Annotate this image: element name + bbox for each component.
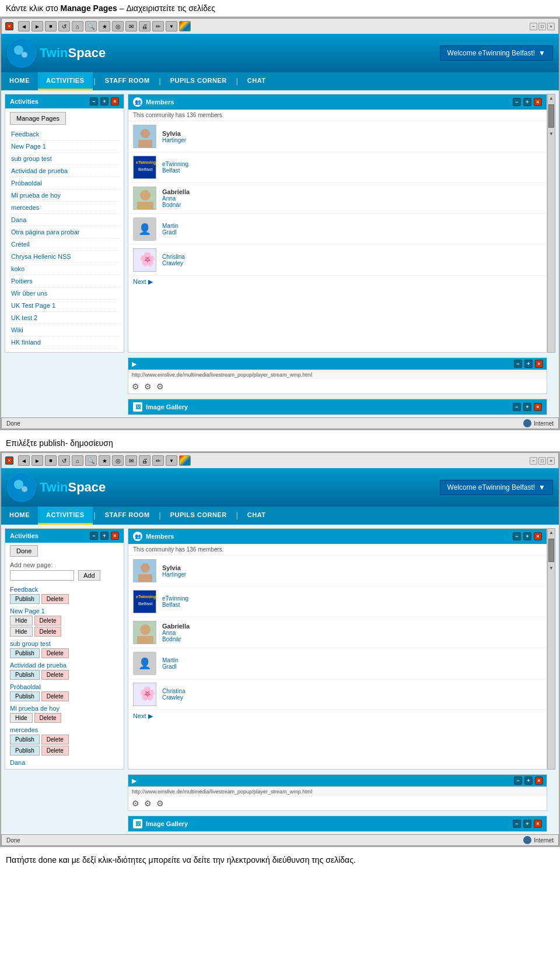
- publish-probaoldal-button[interactable]: Publish: [10, 691, 40, 701]
- activity-item[interactable]: Wiki: [10, 324, 119, 336]
- home-nav-icon-2[interactable]: ⌂: [72, 455, 83, 466]
- add-page-input[interactable]: [10, 570, 74, 581]
- activity-item[interactable]: sub group test: [10, 153, 119, 165]
- next-link-2[interactable]: Next ▶: [128, 710, 547, 722]
- delete-mercedes-button-2[interactable]: Delete: [41, 746, 69, 756]
- refresh-icon[interactable]: ↺: [58, 21, 70, 31]
- home-nav-icon[interactable]: ⌂: [72, 21, 83, 31]
- url-min-1[interactable]: −: [514, 360, 522, 368]
- delete-mercedes-button-1[interactable]: Delete: [41, 735, 69, 744]
- gal-min-1[interactable]: −: [513, 403, 521, 411]
- publish-mercedes-button-1[interactable]: Publish: [10, 735, 40, 744]
- stop-icon-2[interactable]: ■: [45, 455, 57, 466]
- gal-max-1[interactable]: +: [523, 403, 531, 411]
- welcome-button-1[interactable]: Welcome eTwinning Belfast! ▼: [440, 45, 553, 61]
- manage-pages-button[interactable]: Manage Pages: [10, 112, 66, 125]
- win-close-icon[interactable]: ×: [5, 22, 13, 30]
- back-icon[interactable]: ◄: [18, 21, 30, 31]
- activity-item[interactable]: Créteil: [10, 238, 119, 251]
- min-btn-1[interactable]: −: [530, 23, 537, 30]
- publish-actividad-button[interactable]: Publish: [10, 670, 40, 680]
- history-icon[interactable]: ◎: [112, 21, 124, 31]
- activity-item[interactable]: Mi prueba de hoy: [10, 189, 119, 202]
- activity-item[interactable]: koko: [10, 263, 119, 275]
- activity-item[interactable]: mercedes: [10, 202, 119, 214]
- panel-min-2[interactable]: −: [90, 532, 98, 540]
- nav-chat-1[interactable]: CHAT: [239, 72, 274, 90]
- scroll-down-2[interactable]: ▼: [548, 564, 555, 572]
- print-icon-2[interactable]: 🖨: [139, 455, 150, 466]
- forward-icon[interactable]: ►: [32, 21, 43, 31]
- url-close-2[interactable]: ×: [535, 777, 543, 785]
- panel-close-1[interactable]: ×: [111, 97, 119, 106]
- history-icon-2[interactable]: ◎: [112, 455, 124, 466]
- activity-item[interactable]: Dana: [10, 214, 119, 226]
- next-link-1[interactable]: Next ▶: [128, 276, 547, 288]
- tools-icon[interactable]: ▼: [166, 21, 177, 31]
- delete-subgroup-button[interactable]: Delete: [41, 648, 69, 658]
- panel-max-1[interactable]: +: [100, 97, 108, 106]
- activity-item[interactable]: Poitiers: [10, 275, 119, 287]
- activity-item[interactable]: UK Test Page 1: [10, 300, 119, 312]
- delete-newpage1-button-1[interactable]: Delete: [34, 616, 62, 626]
- nav-activities-1[interactable]: ACTIVITIES: [38, 72, 93, 90]
- close-btn-1[interactable]: ×: [547, 23, 555, 30]
- nav-activities-2[interactable]: ACTIVITIES: [38, 507, 93, 525]
- activity-item[interactable]: Próbaoldal: [10, 177, 119, 189]
- nav-chat-2[interactable]: CHAT: [239, 507, 274, 525]
- panel-min-1[interactable]: −: [90, 97, 98, 106]
- done-button[interactable]: Done: [10, 545, 38, 557]
- mem-min-2[interactable]: −: [513, 532, 521, 540]
- edit-icon[interactable]: ✏: [152, 21, 164, 31]
- favorites-icon[interactable]: ★: [99, 21, 110, 31]
- welcome-button-2[interactable]: Welcome eTwinning Belfast! ▼: [440, 480, 553, 495]
- win-close-icon-2[interactable]: ×: [5, 456, 13, 465]
- close-btn-2[interactable]: ×: [547, 457, 555, 465]
- max-btn-1[interactable]: □: [538, 23, 546, 30]
- mem-max-1[interactable]: +: [523, 98, 531, 106]
- delete-feedback-button[interactable]: Delete: [41, 594, 69, 604]
- nav-pupils-1[interactable]: PUPILS CORNER: [162, 72, 235, 90]
- back-icon-2[interactable]: ◄: [18, 455, 30, 466]
- nav-home-2[interactable]: HOME: [1, 507, 38, 525]
- mail-icon[interactable]: ✉: [125, 21, 137, 31]
- mem-close-2[interactable]: ×: [534, 532, 542, 540]
- delete-probaoldal-button[interactable]: Delete: [41, 691, 69, 701]
- url-max-1[interactable]: +: [524, 360, 533, 368]
- url-min-2[interactable]: −: [514, 777, 522, 785]
- panel-max-2[interactable]: +: [100, 532, 108, 540]
- nav-staff-2[interactable]: STAFF ROOM: [97, 507, 158, 525]
- search-icon[interactable]: 🔍: [85, 21, 97, 31]
- nav-pupils-2[interactable]: PUPILS CORNER: [162, 507, 235, 525]
- activity-item[interactable]: Feedback: [10, 128, 119, 140]
- url-close-1[interactable]: ×: [535, 360, 543, 368]
- favorites-icon-2[interactable]: ★: [99, 455, 110, 466]
- scroll-up-2[interactable]: ▲: [548, 529, 555, 536]
- forward-icon-2[interactable]: ►: [32, 455, 43, 466]
- activity-item[interactable]: Wir über uns: [10, 287, 119, 300]
- delete-actividad-button[interactable]: Delete: [41, 670, 69, 680]
- gal-min-2[interactable]: −: [513, 820, 521, 828]
- activity-item[interactable]: New Page 1: [10, 140, 119, 153]
- publish-feedback-button[interactable]: Publish: [10, 594, 40, 604]
- tools-icon-2[interactable]: ▼: [166, 455, 177, 466]
- publish-mercedes-button-2[interactable]: Publish: [10, 746, 40, 756]
- hide-miprueba-button[interactable]: Hide: [10, 713, 33, 723]
- panel-close-2[interactable]: ×: [111, 532, 119, 540]
- nav-home-1[interactable]: HOME: [1, 72, 38, 90]
- url-gear-3[interactable]: ⚙: [156, 382, 164, 391]
- nav-staff-1[interactable]: STAFF ROOM: [97, 72, 158, 90]
- activity-item[interactable]: Actividad de prueba: [10, 165, 119, 177]
- scroll-down-1[interactable]: ▼: [548, 130, 555, 138]
- print-icon[interactable]: 🖨: [139, 21, 150, 31]
- max-btn-2[interactable]: □: [538, 457, 546, 465]
- scroll-up-1[interactable]: ▲: [548, 94, 555, 102]
- activity-item[interactable]: Chrysa Hellenic NSS: [10, 251, 119, 263]
- url-gear-2c[interactable]: ⚙: [156, 799, 164, 808]
- gal-close-2[interactable]: ×: [534, 820, 542, 828]
- edit-icon-2[interactable]: ✏: [152, 455, 164, 466]
- url-gear-1[interactable]: ⚙: [132, 382, 139, 391]
- add-page-button[interactable]: Add: [78, 570, 100, 581]
- delete-miprueba-button[interactable]: Delete: [34, 713, 62, 723]
- scrollbar-1[interactable]: ▲ ▼: [547, 94, 555, 353]
